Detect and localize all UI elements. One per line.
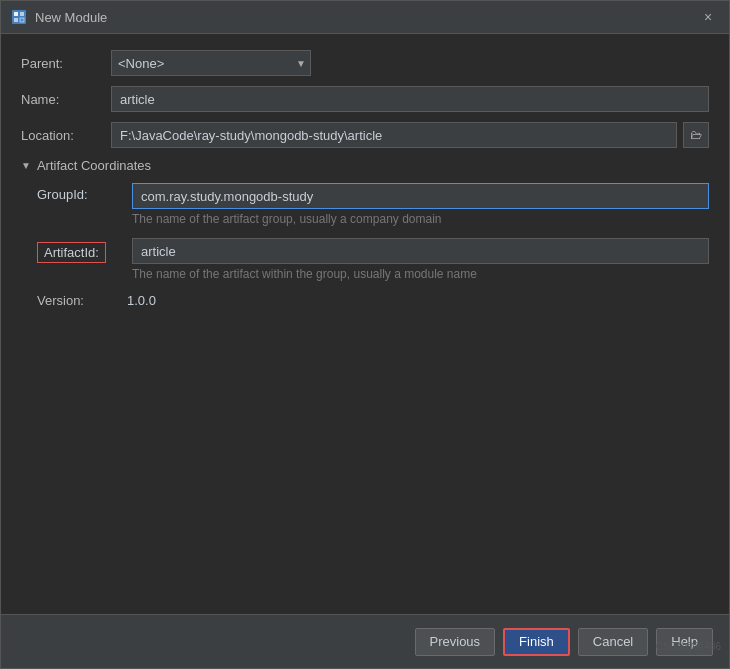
artifactid-label-border: ArtifactId: [37,242,106,263]
parent-select[interactable]: <None> [111,50,311,76]
artifactid-hint: The name of the artifact within the grou… [132,267,709,281]
name-input[interactable] [111,86,709,112]
groupid-hint: The name of the artifact group, usually … [132,212,709,226]
dialog-title: New Module [35,10,697,25]
watermark-text: CSDN@用486 [656,640,721,654]
artifactid-label-col: ArtifactId: [37,238,132,263]
location-row: Location: 🗁 [21,122,709,148]
parent-row: Parent: <None> ▼ [21,50,709,76]
title-bar: New Module × [1,1,729,34]
new-module-dialog: New Module × Parent: <None> ▼ Name: [0,0,730,669]
groupid-row: GroupId: The name of the artifact group,… [37,183,709,234]
name-input-wrapper [111,86,709,112]
svg-rect-4 [20,18,24,22]
groupid-input[interactable] [132,183,709,209]
location-input-wrapper: 🗁 [111,122,709,148]
parent-select-wrapper: <None> ▼ [111,50,709,76]
version-row: Version: 1.0.0 [37,293,709,308]
svg-rect-1 [14,12,18,16]
version-text: 1.0.0 [127,293,156,308]
version-value: 1.0.0 [127,293,709,308]
parent-label: Parent: [21,56,111,71]
artifact-section-header: ▼ Artifact Coordinates [21,158,709,173]
version-label: Version: [37,293,127,308]
close-button[interactable]: × [697,6,719,28]
folder-icon: 🗁 [690,128,702,142]
artifactid-label: ArtifactId: [44,245,99,260]
location-input[interactable] [111,122,677,148]
location-label: Location: [21,128,111,143]
finish-button[interactable]: Finish [503,628,570,656]
dialog-footer: Previous Finish Cancel Help [1,614,729,668]
parent-dropdown-wrapper: <None> ▼ [111,50,311,76]
groupid-label: GroupId: [37,183,132,202]
name-label: Name: [21,92,111,107]
previous-button[interactable]: Previous [415,628,496,656]
section-title: Artifact Coordinates [37,158,151,173]
name-row: Name: [21,86,709,112]
artifactid-row: ArtifactId: The name of the artifact wit… [37,238,709,289]
browse-button[interactable]: 🗁 [683,122,709,148]
artifactid-input-wrapper: The name of the artifact within the grou… [132,238,709,289]
groupid-input-wrapper: The name of the artifact group, usually … [132,183,709,234]
cancel-button[interactable]: Cancel [578,628,648,656]
artifact-section-content: GroupId: The name of the artifact group,… [21,183,709,308]
form-content: Parent: <None> ▼ Name: Location: [1,34,729,614]
svg-rect-3 [14,18,18,22]
svg-rect-2 [20,12,24,16]
collapse-toggle[interactable]: ▼ [21,160,31,171]
app-icon [11,9,27,25]
artifactid-input[interactable] [132,238,709,264]
